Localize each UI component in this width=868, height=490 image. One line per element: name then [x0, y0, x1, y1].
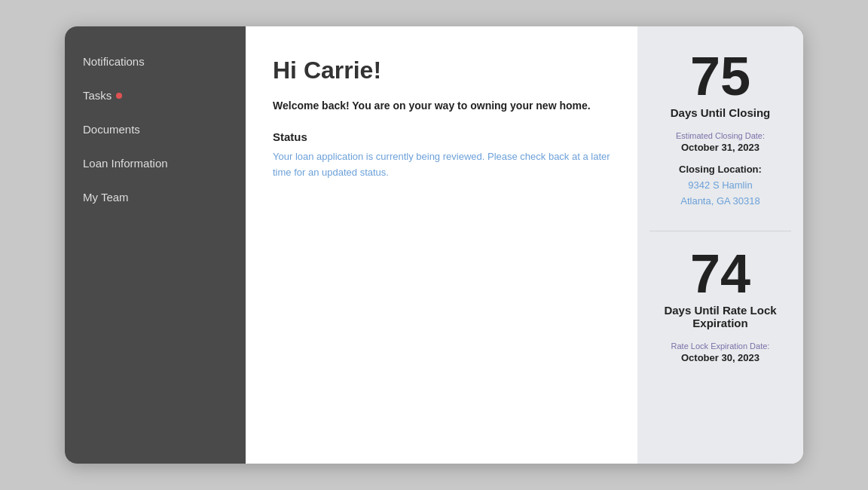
- sidebar-item-documents[interactable]: Documents: [65, 112, 246, 146]
- right-panel: 75 Days Until Closing Estimated Closing …: [637, 26, 803, 464]
- sidebar-item-tasks[interactable]: Tasks: [65, 78, 246, 112]
- sidebar-item-label: Documents: [83, 123, 140, 136]
- greeting-text: Hi Carrie!: [273, 57, 610, 84]
- tasks-notification-dot: [116, 93, 122, 99]
- estimated-closing-date: October 31, 2023: [681, 142, 760, 153]
- sidebar-item-label: Notifications: [83, 55, 145, 68]
- app-container: Notifications Tasks Documents Loan Infor…: [65, 26, 803, 464]
- sidebar-item-label: My Team: [83, 191, 129, 204]
- status-text: Your loan application is currently being…: [273, 149, 610, 181]
- days-until-closing-number: 75: [690, 49, 750, 103]
- status-label: Status: [273, 130, 610, 143]
- panel-divider: [649, 231, 791, 231]
- welcome-text: Welcome back! You are on your way to own…: [273, 98, 610, 114]
- sidebar-item-label: Tasks: [83, 89, 112, 102]
- rate-lock-expiration-label: Rate Lock Expiration Date:: [671, 341, 770, 351]
- closing-location-value: 9342 S Hamlin Atlanta, GA 30318: [680, 178, 760, 210]
- days-until-closing-label: Days Until Closing: [671, 106, 771, 119]
- sidebar-item-loan-information[interactable]: Loan Information: [65, 146, 246, 180]
- main-content: Hi Carrie! Welcome back! You are on your…: [246, 26, 637, 464]
- closing-location-line1: 9342 S Hamlin: [688, 179, 752, 191]
- closing-location-line2: Atlanta, GA 30318: [680, 195, 760, 207]
- sidebar-item-notifications[interactable]: Notifications: [65, 44, 246, 78]
- estimated-closing-label: Estimated Closing Date:: [676, 131, 765, 140]
- days-until-rate-lock-label: Days Until Rate Lock Expiration: [649, 304, 791, 329]
- sidebar: Notifications Tasks Documents Loan Infor…: [65, 26, 246, 464]
- sidebar-item-my-team[interactable]: My Team: [65, 180, 246, 214]
- closing-location-label: Closing Location:: [679, 164, 762, 175]
- rate-lock-expiration-date: October 30, 2023: [681, 352, 760, 363]
- sidebar-item-label: Loan Information: [83, 157, 168, 170]
- days-until-rate-lock-number: 74: [690, 247, 750, 301]
